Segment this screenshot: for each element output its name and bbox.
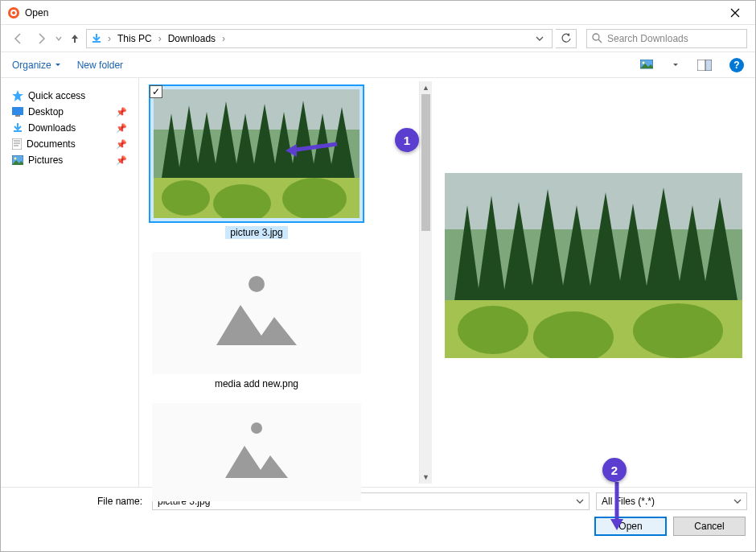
pin-icon: 📌 <box>116 155 127 166</box>
pictures-icon <box>12 155 23 165</box>
svg-rect-10 <box>12 138 22 150</box>
sidebar-item-quick-access[interactable]: Quick access <box>7 88 132 104</box>
cancel-button[interactable]: Cancel <box>673 517 746 536</box>
svg-point-24 <box>458 306 528 354</box>
svg-point-5 <box>643 61 645 64</box>
breadcrumb-downloads[interactable]: Downloads <box>166 33 217 44</box>
address-bar[interactable]: › This PC › Downloads › <box>86 29 553 48</box>
file-name-label: picture 3.jpg <box>225 226 287 239</box>
thumbnail-placeholder-icon <box>200 273 313 353</box>
pin-icon: 📌 <box>116 139 127 150</box>
thumbnail-placeholder-icon <box>212 420 301 484</box>
downloads-icon <box>12 122 23 134</box>
sidebar-item-documents[interactable]: Documents 📌 <box>7 136 132 152</box>
svg-rect-9 <box>15 115 20 117</box>
search-input[interactable]: Search Downloads <box>586 29 747 48</box>
pin-icon: 📌 <box>116 107 127 117</box>
sidebar-item-pictures[interactable]: Pictures 📌 <box>7 152 132 168</box>
scroll-down-icon[interactable]: ▼ <box>420 471 432 484</box>
recent-dropdown-icon[interactable] <box>54 29 64 48</box>
filename-label: File name: <box>9 496 146 507</box>
chevron-right-icon[interactable]: › <box>222 33 225 44</box>
file-item-partial[interactable] <box>149 403 364 501</box>
chevron-right-icon[interactable]: › <box>158 33 162 44</box>
search-icon <box>592 33 602 43</box>
view-dropdown-icon[interactable] <box>672 56 680 74</box>
svg-point-20 <box>251 422 262 434</box>
close-icon[interactable] <box>718 2 752 24</box>
svg-point-18 <box>282 178 347 218</box>
footer: File name: picture 3.jpg All Files (*.*)… <box>1 487 755 551</box>
sidebar-item-downloads[interactable]: Downloads 📌 <box>7 120 132 136</box>
star-icon <box>12 90 23 101</box>
chevron-down-icon[interactable] <box>733 497 742 505</box>
forward-icon[interactable] <box>31 29 51 48</box>
svg-rect-8 <box>12 107 23 115</box>
window-title: Open <box>25 7 718 19</box>
up-icon[interactable] <box>67 29 83 48</box>
selection-checkbox[interactable]: ✓ <box>150 85 162 98</box>
chevron-right-icon[interactable]: › <box>108 33 111 44</box>
refresh-icon[interactable] <box>556 29 577 48</box>
file-name-label: media add new.png <box>210 377 303 390</box>
title-bar: Open <box>1 1 755 25</box>
chevron-down-icon <box>55 62 61 68</box>
svg-point-2 <box>12 11 15 14</box>
downloads-folder-icon <box>90 32 103 45</box>
preview-pane-icon[interactable] <box>696 56 713 74</box>
app-icon <box>7 6 20 19</box>
svg-point-26 <box>633 303 723 358</box>
documents-icon <box>12 138 22 150</box>
search-placeholder: Search Downloads <box>607 33 688 44</box>
nav-bar: › This PC › Downloads › Search Downloads <box>1 25 755 52</box>
svg-point-19 <box>249 276 265 292</box>
sidebar-item-desktop[interactable]: Desktop 📌 <box>7 104 132 120</box>
help-icon[interactable]: ? <box>729 58 744 72</box>
file-item-media-add[interactable]: media add new.png <box>149 252 364 390</box>
svg-rect-7 <box>705 60 712 71</box>
toolbar: Organize New folder ? <box>1 52 755 78</box>
new-folder-button[interactable]: New folder <box>77 60 123 71</box>
preview-image <box>445 173 742 358</box>
desktop-icon <box>12 107 23 117</box>
preview-pane <box>432 78 755 487</box>
organize-button[interactable]: Organize <box>12 60 61 71</box>
scroll-thumb[interactable] <box>421 94 430 231</box>
pin-icon: 📌 <box>116 123 127 134</box>
address-dropdown-icon[interactable] <box>531 30 549 47</box>
back-icon[interactable] <box>9 29 28 48</box>
scrollbar[interactable]: ▲ ▼ <box>419 81 432 484</box>
svg-point-12 <box>14 158 17 160</box>
scroll-up-icon[interactable]: ▲ <box>420 81 432 94</box>
svg-point-16 <box>162 180 210 216</box>
view-thumbnails-icon[interactable] <box>638 56 655 74</box>
svg-point-3 <box>593 34 599 40</box>
chevron-down-icon[interactable] <box>576 497 584 505</box>
breadcrumb-this-pc[interactable]: This PC <box>116 33 154 44</box>
svg-rect-14 <box>154 89 360 130</box>
sidebar: Quick access Desktop 📌 Downloads 📌 Docum… <box>1 78 139 487</box>
